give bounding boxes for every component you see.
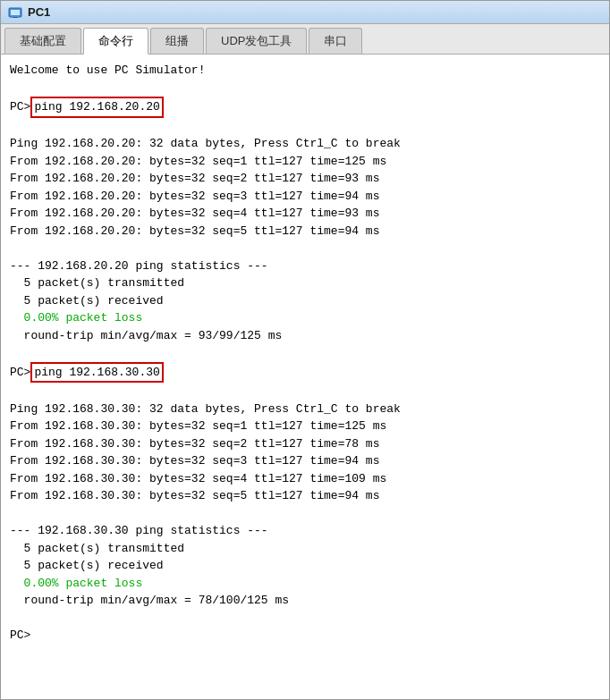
cmd-highlight-1: ping 192.168.20.20 — [30, 97, 163, 118]
terminal-area[interactable]: Welcome to use PC Simulator! PC>ping 192… — [1, 55, 609, 699]
blank-line-7 — [10, 610, 600, 628]
ping1-stat2: 5 packet(s) received — [10, 292, 600, 310]
ping1-stat3: 0.00% packet loss — [10, 309, 600, 327]
ping1-line3: From 192.168.20.20: bytes=32 seq=3 ttl=1… — [10, 188, 600, 206]
window-title: PC1 — [28, 5, 50, 19]
ping1-stat1: 5 packet(s) transmitted — [10, 274, 600, 292]
tab-multicast[interactable]: 组播 — [150, 28, 204, 54]
ping2-line2: From 192.168.30.30: bytes=32 seq=2 ttl=1… — [10, 435, 600, 453]
ping1-line5: From 192.168.20.20: bytes=32 seq=5 ttl=1… — [10, 223, 600, 240]
ping1-line1: From 192.168.20.20: bytes=32 seq=1 ttl=1… — [10, 153, 600, 171]
blank-line-5 — [10, 383, 600, 401]
cmd-line-2: PC>ping 192.168.30.30 — [10, 362, 600, 384]
tab-cmd[interactable]: 命令行 — [83, 28, 148, 55]
welcome-line: Welcome to use PC Simulator! — [10, 62, 600, 80]
title-bar: PC1 — [1, 1, 609, 24]
tab-serial[interactable]: 串口 — [309, 28, 362, 54]
ping2-line5: From 192.168.30.30: bytes=32 seq=5 ttl=1… — [10, 487, 600, 505]
cmd-line-1: PC>ping 192.168.20.20 — [10, 97, 600, 118]
svg-rect-3 — [13, 17, 18, 18]
svg-rect-2 — [12, 16, 19, 17]
final-prompt-line[interactable]: PC> — [10, 627, 600, 645]
blank-line-6 — [10, 505, 600, 523]
ping2-stat1: 5 packet(s) transmitted — [10, 540, 600, 558]
prompt-1: PC> — [10, 98, 30, 116]
ping2-line4: From 192.168.30.30: bytes=32 seq=4 ttl=1… — [10, 470, 600, 488]
blank-line-3 — [10, 240, 600, 257]
ping1-line2: From 192.168.20.20: bytes=32 seq=2 ttl=1… — [10, 170, 600, 188]
ping2-stat4: round-trip min/avg/max = 78/100/125 ms — [10, 592, 600, 610]
tab-bar: 基础配置 命令行 组播 UDP发包工具 串口 — [1, 24, 609, 55]
prompt-2: PC> — [10, 364, 30, 382]
ping2-stat-header: --- 192.168.30.30 ping statistics --- — [10, 522, 600, 540]
cmd-highlight-2: ping 192.168.30.30 — [30, 362, 163, 384]
blank-line-1 — [10, 80, 600, 97]
tab-udp[interactable]: UDP发包工具 — [206, 28, 307, 54]
blank-line-2 — [10, 118, 600, 136]
ping1-line0: Ping 192.168.20.20: 32 data bytes, Press… — [10, 135, 600, 153]
ping1-stat-header: --- 192.168.20.20 ping statistics --- — [10, 257, 600, 275]
svg-rect-1 — [11, 10, 20, 15]
ping1-line4: From 192.168.20.20: bytes=32 seq=4 ttl=1… — [10, 205, 600, 223]
ping2-stat2: 5 packet(s) received — [10, 557, 600, 575]
ping2-stat3: 0.00% packet loss — [10, 575, 600, 593]
ping2-line0: Ping 192.168.30.30: 32 data bytes, Press… — [10, 401, 600, 418]
ping2-line1: From 192.168.30.30: bytes=32 seq=1 ttl=1… — [10, 417, 600, 435]
final-prompt: PC> — [10, 627, 30, 645]
ping1-stat4: round-trip min/avg/max = 93/99/125 ms — [10, 327, 600, 345]
tab-basic[interactable]: 基础配置 — [4, 28, 81, 54]
window-icon — [8, 5, 22, 20]
ping2-line3: From 192.168.30.30: bytes=32 seq=3 ttl=1… — [10, 452, 600, 470]
blank-line-4 — [10, 344, 600, 362]
window: PC1 基础配置 命令行 组播 UDP发包工具 串口 Welcome to us… — [0, 0, 610, 700]
